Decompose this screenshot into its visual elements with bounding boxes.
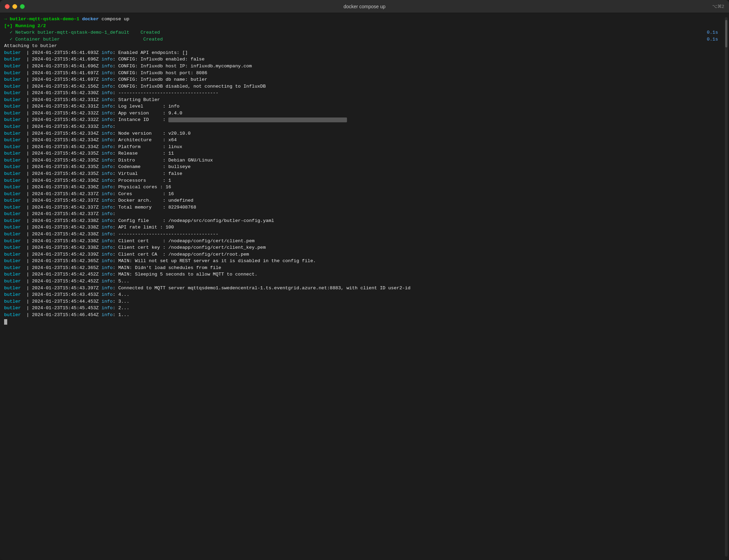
container-line-left: ✓ Container butler Created [4, 36, 163, 43]
log-line-4: butler | 2024-01-23T15:45:41.697Z info: … [4, 76, 725, 83]
log-line-17: butler | 2024-01-23T15:45:42.335Z info: … [4, 164, 725, 170]
container-checkmark: ✓ Container butler [4, 37, 143, 42]
prompt-line: → butler-mqtt-qstask-demo-1 docker compo… [4, 16, 725, 23]
close-button[interactable] [5, 4, 10, 9]
log-line-36: butler | 2024-01-23T15:45:43.453Z info: … [4, 291, 725, 298]
traffic-lights [5, 4, 25, 9]
log-line-20: butler | 2024-01-23T15:45:42.336Z info: … [4, 184, 725, 191]
window-shortcut: ⌥⌘2 [712, 4, 724, 9]
maximize-button[interactable] [20, 4, 25, 9]
network-line: ✓ Network butler-mqtt-qstask-demo-1_defa… [4, 29, 725, 36]
log-line-15: butler | 2024-01-23T15:45:42.335Z info: … [4, 150, 725, 157]
running-badge: [+] Running 2/2 [4, 23, 725, 30]
cmd-docker: docker [82, 16, 99, 22]
log-line-27: butler | 2024-01-23T15:45:42.338Z info: … [4, 231, 725, 238]
network-checkmark: ✓ Network butler-mqtt-qstask-demo-1_defa… [4, 30, 141, 35]
log-line-32: butler | 2024-01-23T15:45:42.365Z info: … [4, 265, 725, 271]
log-line-12: butler | 2024-01-23T15:45:42.334Z info: … [4, 130, 725, 137]
log-line-18: butler | 2024-01-23T15:45:42.335Z info: … [4, 170, 725, 177]
container-time: 0.1s [707, 36, 725, 43]
log-line-31: butler | 2024-01-23T15:45:42.365Z info: … [4, 258, 725, 265]
log-line-0: butler | 2024-01-23T15:45:41.693Z info: … [4, 49, 725, 56]
log-line-21: butler | 2024-01-23T15:45:42.337Z info: … [4, 191, 725, 198]
titlebar: docker compose up ⌥⌘2 [0, 0, 729, 13]
log-line-39: butler | 2024-01-23T15:45:46.454Z info: … [4, 312, 725, 318]
window-title: docker compose up [344, 4, 385, 9]
log-line-38: butler | 2024-01-23T15:45:45.453Z info: … [4, 305, 725, 312]
terminal-window: docker compose up ⌥⌘2 → butler-mqtt-qsta… [0, 0, 729, 560]
log-line-6: butler | 2024-01-23T15:45:42.330Z info: … [4, 90, 725, 97]
log-line-34: butler | 2024-01-23T15:45:42.452Z info: … [4, 278, 725, 285]
scrollbar[interactable] [725, 17, 728, 557]
attaching-line: Attaching to butler [4, 43, 725, 49]
log-line-9: butler | 2024-01-23T15:45:42.332Z info: … [4, 110, 725, 117]
log-line-1: butler | 2024-01-23T15:45:41.696Z info: … [4, 56, 725, 63]
prompt-arrow: → [4, 16, 7, 22]
log-line-29: butler | 2024-01-23T15:45:42.338Z info: … [4, 244, 725, 251]
log-line-30: butler | 2024-01-23T15:45:42.339Z info: … [4, 251, 725, 258]
log-line-14: butler | 2024-01-23T15:45:42.334Z info: … [4, 144, 725, 150]
network-created: Created [141, 30, 160, 35]
project-name: butler-mqtt-qstask-demo-1 [10, 16, 79, 22]
cursor-line [4, 318, 725, 325]
cursor-block [4, 319, 7, 325]
network-time: 0.1s [707, 29, 725, 36]
log-line-5: butler | 2024-01-23T15:45:42.156Z info: … [4, 83, 725, 90]
container-created: Created [143, 37, 163, 42]
log-line-28: butler | 2024-01-23T15:45:42.338Z info: … [4, 238, 725, 245]
log-line-37: butler | 2024-01-23T15:45:44.453Z info: … [4, 298, 725, 305]
log-line-7: butler | 2024-01-23T15:45:42.331Z info: … [4, 97, 725, 103]
container-line: ✓ Container butler Created 0.1s [4, 36, 725, 43]
log-line-24: butler | 2024-01-23T15:45:42.337Z info: [4, 211, 725, 217]
log-line-35: butler | 2024-01-23T15:45:43.397Z info: … [4, 285, 725, 292]
log-line-23: butler | 2024-01-23T15:45:42.337Z info: … [4, 204, 725, 211]
log-line-25: butler | 2024-01-23T15:45:42.338Z info: … [4, 217, 725, 224]
cmd-rest: compose up [99, 16, 129, 22]
terminal-body[interactable]: → butler-mqtt-qstask-demo-1 docker compo… [0, 13, 729, 560]
redacted-instance-id [168, 117, 347, 122]
network-line-left: ✓ Network butler-mqtt-qstask-demo-1_defa… [4, 29, 160, 36]
log-line-16: butler | 2024-01-23T15:45:42.335Z info: … [4, 157, 725, 164]
log-line-19: butler | 2024-01-23T15:45:42.336Z info: … [4, 177, 725, 184]
log-line-13: butler | 2024-01-23T15:45:42.334Z info: … [4, 137, 725, 144]
log-line-22: butler | 2024-01-23T15:45:42.337Z info: … [4, 197, 725, 204]
log-line-2: butler | 2024-01-23T15:45:41.696Z info: … [4, 63, 725, 70]
log-line-8: butler | 2024-01-23T15:45:42.331Z info: … [4, 103, 725, 110]
log-line-10: butler | 2024-01-23T15:45:42.332Z info: … [4, 116, 725, 123]
log-line-33: butler | 2024-01-23T15:45:42.452Z info: … [4, 271, 725, 278]
log-line-3: butler | 2024-01-23T15:45:41.697Z info: … [4, 70, 725, 77]
minimize-button[interactable] [12, 4, 17, 9]
log-line-11: butler | 2024-01-23T15:45:42.333Z info: [4, 123, 725, 130]
log-line-26: butler | 2024-01-23T15:45:42.338Z info: … [4, 224, 725, 231]
scrollbar-thumb[interactable] [725, 20, 727, 47]
